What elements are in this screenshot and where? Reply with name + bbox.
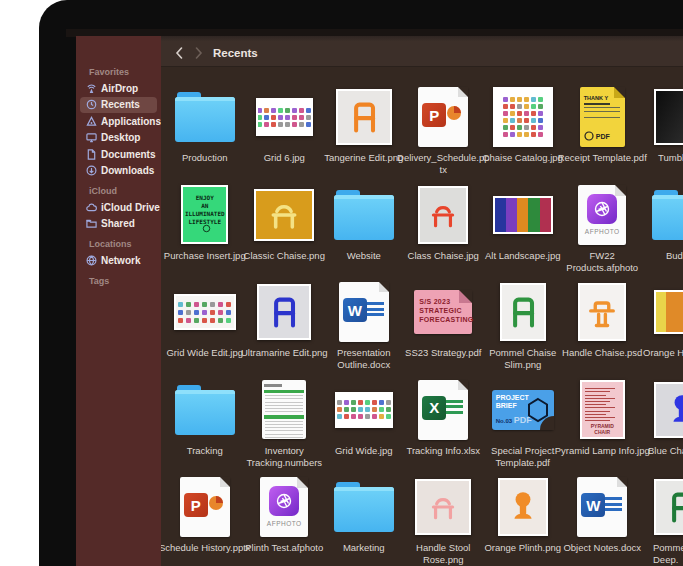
cloud-icon: [86, 202, 97, 213]
word-file-icon: W: [577, 477, 627, 537]
file-item[interactable]: WObject Notes.docx: [563, 475, 643, 566]
file-item[interactable]: Chaise Catalog.jpg: [483, 85, 563, 183]
file-label-line: FW22: [566, 250, 638, 262]
back-button[interactable]: [175, 47, 183, 59]
file-label: Object Notes.docx: [563, 542, 641, 554]
file-item[interactable]: AFPHOTOPlinth Test.afphoto: [245, 475, 325, 566]
file-item[interactable]: Grid Wide.jpg: [324, 378, 404, 476]
file-label: Orange Plinth.png: [484, 542, 561, 554]
file-label: Tracking: [187, 445, 223, 457]
file-item[interactable]: AFPHOTOFW22Products.afphoto: [563, 183, 643, 281]
file-item[interactable]: THANK Y PDFReceipt Template.pdf: [563, 85, 643, 183]
file-label-line: Class Chaise.jpg: [408, 250, 479, 262]
file-label-line: tx: [397, 164, 489, 176]
file-item[interactable]: Ultramarine Edit.png: [245, 280, 325, 378]
globe-icon: [86, 255, 97, 266]
image-thumbnail: [500, 283, 546, 341]
clock-icon: [86, 99, 97, 110]
file-label-line: Blue Cha: [648, 445, 683, 457]
file-label: Grid Wide.jpg: [335, 445, 393, 457]
sidebar-item-downloads[interactable]: Downloads: [80, 163, 157, 180]
file-item[interactable]: Budg: [642, 183, 683, 281]
afphoto-file-icon: AFPHOTO: [260, 477, 308, 537]
sidebar-item-network[interactable]: Network: [80, 252, 157, 269]
file-item[interactable]: PDelivery_Schedule.pptx: [404, 85, 484, 183]
file-item[interactable]: Handle Chaise.psd: [563, 280, 643, 378]
file-label: Class Chaise.jpg: [408, 250, 479, 262]
sidebar-item-desktop[interactable]: Desktop: [80, 130, 157, 147]
image-thumbnail: [654, 290, 683, 334]
file-label-line: Products.afphoto: [566, 262, 638, 274]
image-thumbnail: [493, 196, 553, 234]
sidebar-item-recents[interactable]: Recents: [80, 97, 157, 114]
pdf-file-icon: THANK Y PDF: [580, 87, 625, 147]
file-item[interactable]: InventoryTracking.numbers: [245, 378, 325, 476]
file-item[interactable]: Grid Wide Edit.jpg: [165, 280, 245, 378]
file-item[interactable]: WPresentationOutline.docx: [324, 280, 404, 378]
file-item[interactable]: Class Chaise.jpg: [404, 183, 484, 281]
file-item[interactable]: XTracking Info.xlsx: [404, 378, 484, 476]
airdrop-icon: [86, 83, 97, 94]
file-label-line: Marketing: [343, 542, 385, 554]
file-item[interactable]: Orange Plinth.png: [483, 475, 563, 566]
file-label: Special ProjectTemplate.pdf: [491, 445, 554, 469]
file-label: Tumble Mo: [642, 152, 683, 164]
file-label: PresentationOutline.docx: [337, 347, 390, 371]
file-label-line: Rose.png: [416, 554, 470, 566]
forward-button[interactable]: [195, 47, 203, 59]
file-item[interactable]: Website: [324, 183, 404, 281]
file-item[interactable]: PYRAMIDCHAIRPyramid Lamp Info.jpg: [563, 378, 643, 476]
word-file-icon: W: [339, 282, 389, 342]
file-item[interactable]: ENJOYANILLUMINATEDLIFESTYLE Purchase Ins…: [165, 183, 245, 281]
file-item[interactable]: Production: [165, 85, 245, 183]
file-item[interactable]: Blue Cha: [642, 378, 683, 476]
file-item[interactable]: PROJECTBRIEF No.03 PDF Special ProjectTe…: [483, 378, 563, 476]
file-grid: ProductionGrid 6.jpgTangerine Edit.png P…: [165, 85, 683, 566]
image-thumbnail: [415, 479, 471, 535]
file-label-line: Slim.png: [489, 359, 556, 371]
sidebar-item-documents[interactable]: Documents: [80, 146, 157, 163]
file-label: Classic Chaise.png: [244, 250, 325, 262]
file-label-line: Pommel Chaise: [489, 347, 556, 359]
file-label-line: Website: [347, 250, 381, 262]
file-item[interactable]: Tumble Mo: [642, 85, 683, 183]
file-item[interactable]: Tracking: [165, 378, 245, 476]
file-item[interactable]: Alt Landscape.jpg: [483, 183, 563, 281]
sidebar-item-airdrop[interactable]: AirDrop: [80, 80, 157, 97]
numbers-file-icon: [262, 380, 306, 439]
file-item[interactable]: PommelDeep.: [642, 475, 683, 566]
file-item[interactable]: Classic Chaise.png: [245, 183, 325, 281]
file-item[interactable]: Pommel ChaiseSlim.png: [483, 280, 563, 378]
file-label-line: Purchase Insert.jpg: [164, 250, 246, 262]
file-label-line: Chaise Catalog.jpg: [483, 152, 563, 164]
file-item[interactable]: Grid 6.jpg: [245, 85, 325, 183]
sidebar-item-applications[interactable]: Applications: [80, 113, 157, 130]
file-item[interactable]: S/S 2023STRATEGICFORECASTINGSS23 Strateg…: [404, 280, 484, 378]
shared-folder-icon: [86, 218, 97, 229]
file-label-line: Budg: [666, 250, 683, 262]
image-thumbnail: [493, 87, 553, 147]
file-label-line: Deep.: [653, 554, 683, 566]
sidebar-item-shared[interactable]: Shared: [80, 216, 157, 233]
sidebar-item-icloud-drive[interactable]: iCloud Drive: [80, 199, 157, 216]
image-thumbnail: ENJOYANILLUMINATEDLIFESTYLE: [181, 185, 228, 244]
file-item[interactable]: Orange Hig: [642, 280, 683, 378]
file-label: Schedule History.pptx: [161, 542, 251, 554]
file-item[interactable]: PSchedule History.pptx: [165, 475, 245, 566]
finder-main: Recents ProductionGrid 6.jpgTangerine Ed…: [161, 36, 683, 566]
file-item[interactable]: Handle StoolRose.png: [404, 475, 484, 566]
file-label-line: Classic Chaise.png: [244, 250, 325, 262]
sidebar-item-label: Desktop: [101, 132, 140, 143]
file-item[interactable]: Marketing: [324, 475, 404, 566]
file-item[interactable]: Tangerine Edit.png: [324, 85, 404, 183]
file-label: Orange Hig: [642, 347, 683, 359]
file-label-line: Tracking.numbers: [246, 457, 322, 469]
file-label: Ultramarine Edit.png: [241, 347, 328, 359]
file-label: SS23 Strategy.pdf: [405, 347, 481, 359]
sidebar-section-header: Favorites: [76, 64, 161, 80]
pdf-file-icon: PROJECTBRIEF No.03 PDF: [492, 390, 554, 430]
file-label-line: Delivery_Schedule.pp: [397, 152, 489, 164]
sidebar-item-label: Network: [101, 255, 140, 266]
file-label: FW22Products.afphoto: [566, 250, 638, 274]
file-label-line: Schedule History.pptx: [161, 542, 251, 554]
